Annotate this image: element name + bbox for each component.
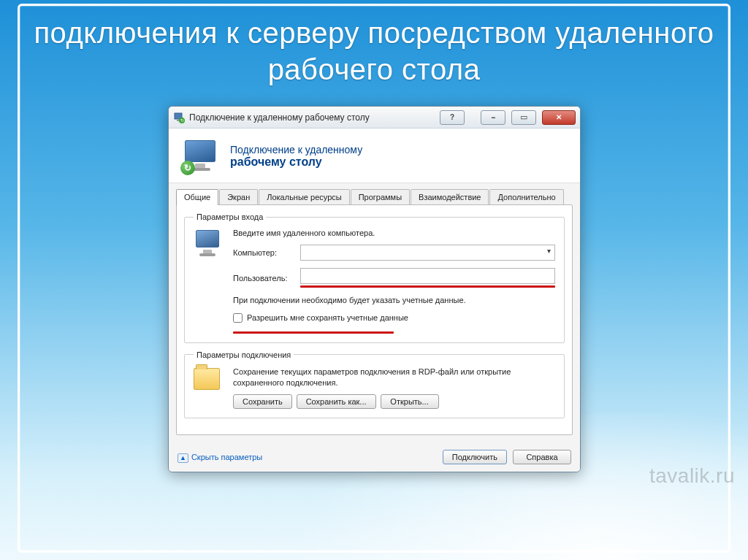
login-legend: Параметры входа xyxy=(194,212,266,221)
highlight-underline-checkbox xyxy=(233,331,394,334)
slide-title: подключения к серверу посредством удален… xyxy=(0,15,748,88)
login-fieldset: Параметры входа Введите имя удаленного к… xyxy=(184,212,565,343)
open-button[interactable]: Открыть... xyxy=(381,394,439,409)
folder-icon xyxy=(194,368,220,390)
connection-description: Сохранение текущих параметров подключени… xyxy=(233,367,555,388)
computer-combobox[interactable] xyxy=(300,245,555,261)
close-button[interactable] xyxy=(542,110,576,125)
rdp-banner-icon xyxy=(182,139,220,174)
tab-local-resources[interactable]: Локальные ресурсы xyxy=(259,189,349,205)
maximize-button[interactable] xyxy=(511,110,536,125)
dialog-footer: Скрыть параметры Подключить Справка xyxy=(169,444,580,472)
hide-options-label: Скрыть параметры xyxy=(191,453,262,461)
remember-credentials-label: Разрешить мне сохранять учетные данные xyxy=(247,313,408,322)
svg-text:↻: ↻ xyxy=(180,118,184,123)
highlight-underline-user xyxy=(300,285,555,288)
save-button[interactable]: Сохранить xyxy=(233,394,292,409)
help-footer-button[interactable]: Справка xyxy=(513,450,571,464)
user-label: Пользователь: xyxy=(233,274,294,283)
tab-programs[interactable]: Программы xyxy=(351,189,410,205)
help-button[interactable] xyxy=(440,110,465,125)
rdp-app-icon: ↻ xyxy=(173,112,185,123)
tab-display[interactable]: Экран xyxy=(219,189,258,205)
tab-experience[interactable]: Взаимодействие xyxy=(411,189,489,205)
connection-fieldset: Параметры подключения Сохранение текущих… xyxy=(184,350,565,418)
banner-line2: рабочему столу xyxy=(230,156,362,169)
minimize-button[interactable] xyxy=(481,110,505,125)
connect-button[interactable]: Подключить xyxy=(443,450,507,464)
login-hint: Введите имя удаленного компьютера. xyxy=(233,229,555,237)
computer-icon xyxy=(194,229,223,258)
computer-label: Компьютер: xyxy=(233,248,294,257)
hide-options-link[interactable]: Скрыть параметры xyxy=(178,453,262,461)
titlebar[interactable]: ↻ Подключение к удаленному рабочему стол… xyxy=(169,107,580,129)
connection-legend: Параметры подключения xyxy=(194,350,294,359)
rdp-dialog-window: ↻ Подключение к удаленному рабочему стол… xyxy=(168,106,581,472)
remember-credentials-checkbox[interactable] xyxy=(233,313,243,323)
username-input[interactable] xyxy=(300,268,555,284)
tab-strip: Общие Экран Локальные ресурсы Программы … xyxy=(176,189,573,205)
banner-line1: Подключение к удаленному xyxy=(230,144,362,156)
save-as-button[interactable]: Сохранить как... xyxy=(297,394,376,409)
collapse-caret-icon xyxy=(178,453,188,461)
tab-panel-general: Параметры входа Введите имя удаленного к… xyxy=(176,204,573,435)
dialog-banner: Подключение к удаленному рабочему столу xyxy=(169,129,580,183)
watermark-text: tavalik.ru xyxy=(649,464,735,488)
window-title: Подключение к удаленному рабочему столу xyxy=(189,112,370,123)
tab-advanced[interactable]: Дополнительно xyxy=(489,189,563,205)
login-note: При подключении необходимо будет указать… xyxy=(233,295,555,306)
tab-general[interactable]: Общие xyxy=(176,189,218,205)
